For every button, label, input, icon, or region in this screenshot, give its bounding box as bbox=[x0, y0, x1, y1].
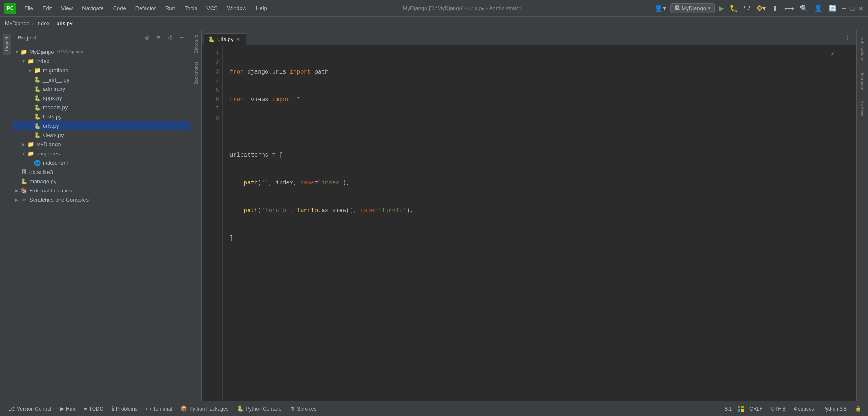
tree-label-mydjango-sub: MyDjango bbox=[36, 141, 61, 147]
breadcrumb: MyDjango › index › urls.py bbox=[0, 17, 868, 30]
profile-icon[interactable]: 👤 bbox=[812, 3, 824, 13]
terminal-btn[interactable]: ▭ Terminal bbox=[142, 404, 176, 413]
tree-item-db[interactable]: 🗄 db.sqlite3 bbox=[13, 167, 190, 176]
version-control-btn[interactable]: ⎇ Version Control bbox=[4, 404, 56, 413]
menu-code[interactable]: Code bbox=[109, 3, 130, 13]
status-position[interactable]: 8:1 bbox=[722, 405, 735, 413]
folder-icon-templates: 📁 bbox=[27, 150, 34, 157]
line-num-1: 1 bbox=[202, 49, 219, 58]
close-button[interactable]: ✕ bbox=[858, 5, 864, 11]
menu-file[interactable]: File bbox=[20, 3, 37, 13]
tab-close-button[interactable]: ✕ bbox=[236, 37, 240, 42]
pause-button[interactable]: ⏸ bbox=[770, 4, 780, 13]
tree-item-templates[interactable]: ▼ 📁 templates bbox=[13, 149, 190, 158]
code-line-2: from .views import * bbox=[230, 95, 849, 104]
scratch-icon: ✏ bbox=[20, 196, 28, 203]
search-icon[interactable]: 🔍 bbox=[798, 3, 810, 13]
panel-add-icon[interactable]: ⊕ bbox=[143, 33, 151, 42]
folder-icon-migrations: 📁 bbox=[34, 66, 41, 74]
coverage-button[interactable]: 🛡 bbox=[742, 4, 752, 13]
breadcrumb-index[interactable]: index bbox=[37, 20, 50, 26]
tree-item-apps[interactable]: 🐍 apps.py bbox=[13, 93, 190, 103]
svg-rect-1 bbox=[741, 406, 744, 408]
tree-item-admin[interactable]: 🐍 admin.py bbox=[13, 84, 190, 93]
translate-icon[interactable]: ⟷ bbox=[783, 3, 796, 13]
menu-run[interactable]: Run bbox=[161, 3, 180, 13]
panel-minimize-icon[interactable]: − bbox=[178, 33, 185, 42]
status-line-ending[interactable]: CRLF bbox=[747, 405, 765, 413]
account-icon[interactable]: 👤▾ bbox=[653, 3, 668, 13]
line-num-5: 5 bbox=[202, 86, 219, 95]
code-line-5: path('', index, name='index'), bbox=[230, 178, 849, 187]
file-saved-icon: ✓ bbox=[830, 50, 835, 59]
project-icon: 🏗 bbox=[674, 5, 680, 11]
panel-collapse-icon[interactable]: ≡ bbox=[155, 33, 162, 42]
settings-icon[interactable]: ⚙▾ bbox=[755, 3, 767, 13]
tree-item-views[interactable]: 🐍 views.py bbox=[13, 130, 190, 140]
tree-item-manage[interactable]: 🐍 manage.py bbox=[13, 176, 190, 186]
editor-tab-urlspy[interactable]: 🐍 urls.py ✕ bbox=[204, 33, 246, 45]
tree-item-scratches[interactable]: ▶ ✏ Scratches and Consoles bbox=[13, 195, 190, 204]
menu-help[interactable]: Help bbox=[251, 3, 271, 13]
menu-refactor[interactable]: Refactor bbox=[131, 3, 160, 13]
code-editor[interactable]: 1 2 3 4 5 6 7 8 from django.urls import … bbox=[202, 45, 856, 401]
menu-edit[interactable]: Edit bbox=[38, 3, 56, 13]
python-console-label: Python Console bbox=[246, 406, 282, 412]
tree-item-indexhtml[interactable]: 🌐 index.html bbox=[13, 158, 190, 167]
py-icon-tests: 🐍 bbox=[34, 113, 41, 120]
python-packages-btn[interactable]: 📦 Python Packages bbox=[176, 404, 233, 413]
debug-button[interactable]: 🐛 bbox=[728, 3, 740, 13]
database-panel-btn[interactable]: Database bbox=[859, 68, 866, 93]
tree-item-init[interactable]: 🐍 __init__.py bbox=[13, 75, 190, 84]
arrow-external-libs: ▶ bbox=[13, 188, 20, 193]
code-content[interactable]: from django.urls import path from .views… bbox=[223, 45, 856, 401]
line-numbers: 1 2 3 4 5 6 7 8 bbox=[202, 45, 223, 401]
tab-more-button[interactable]: ⋮ bbox=[841, 34, 855, 42]
menu-vcs[interactable]: VCS bbox=[202, 3, 222, 13]
tree-item-tests[interactable]: 🐍 tests.py bbox=[13, 112, 190, 121]
notifications-panel-btn[interactable]: Notifications bbox=[859, 34, 866, 64]
todo-btn[interactable]: ≡ TODO bbox=[79, 404, 108, 413]
status-python-version[interactable]: Python 3.8 bbox=[820, 405, 849, 413]
project-dropdown[interactable]: 🏗 MyDjango ▾ bbox=[670, 3, 715, 13]
menu-window[interactable]: Window bbox=[223, 3, 251, 13]
update-icon[interactable]: 🔄 bbox=[827, 3, 839, 13]
panel-title: Project bbox=[18, 34, 139, 41]
bookmarks-tab[interactable]: Bookmarks bbox=[192, 58, 200, 89]
tree-item-models[interactable]: 🐍 models.py bbox=[13, 103, 190, 112]
structure-tab[interactable]: Structure bbox=[192, 30, 200, 58]
menu-navigate[interactable]: Navigate bbox=[78, 3, 108, 13]
arrow-mydjango-sub: ▶ bbox=[20, 142, 27, 147]
tree-label-migrations: migrations bbox=[43, 67, 68, 74]
maximize-button[interactable]: □ bbox=[849, 5, 855, 11]
status-indent[interactable]: 4 spaces bbox=[791, 405, 817, 413]
status-lock-icon[interactable]: 🔒 bbox=[852, 405, 864, 413]
menu-view[interactable]: View bbox=[57, 3, 77, 13]
run-button[interactable]: ▶ bbox=[717, 3, 725, 13]
status-encoding[interactable]: UTF-8 bbox=[769, 405, 788, 413]
tree-item-index[interactable]: ▼ 📁 index bbox=[13, 56, 190, 66]
menu-tools[interactable]: Tools bbox=[180, 3, 201, 13]
code-line-8 bbox=[230, 261, 849, 271]
minimize-button[interactable]: ─ bbox=[841, 5, 847, 11]
tree-item-migrations[interactable]: ▶ 📁 migrations bbox=[13, 66, 190, 75]
project-panel-tab[interactable]: Project bbox=[3, 34, 11, 55]
panel-settings-icon[interactable]: ⚙ bbox=[166, 33, 175, 42]
scrview-panel-btn[interactable]: ScrView bbox=[859, 97, 866, 119]
tree-item-mydjango-root[interactable]: ▼ 📁 MyDjango D:\MyDjango bbox=[13, 47, 190, 56]
folder-icon-mydjango-sub: 📁 bbox=[27, 140, 34, 148]
breadcrumb-urlspy[interactable]: urls.py bbox=[56, 20, 72, 26]
problems-btn[interactable]: ℹ Problems bbox=[108, 404, 142, 413]
python-console-btn[interactable]: 🐍 Python Console bbox=[233, 404, 286, 413]
terminal-label: Terminal bbox=[153, 406, 172, 412]
tree-item-external-libs[interactable]: ▶ 📚 External Libraries bbox=[13, 186, 190, 195]
breadcrumb-mydjango[interactable]: MyDjango bbox=[5, 20, 30, 26]
py-icon-urls: 🐍 bbox=[34, 122, 41, 129]
svg-rect-2 bbox=[738, 409, 740, 412]
dropdown-arrow-icon: ▾ bbox=[708, 5, 711, 11]
tree-item-urls[interactable]: 🐍 urls.py bbox=[13, 121, 190, 130]
services-btn[interactable]: ⚙ Services bbox=[286, 404, 320, 413]
tree-label-templates: templates bbox=[36, 150, 60, 157]
tree-item-mydjango-sub[interactable]: ▶ 📁 MyDjango bbox=[13, 140, 190, 149]
run-btn[interactable]: ▶ Run bbox=[56, 404, 79, 413]
